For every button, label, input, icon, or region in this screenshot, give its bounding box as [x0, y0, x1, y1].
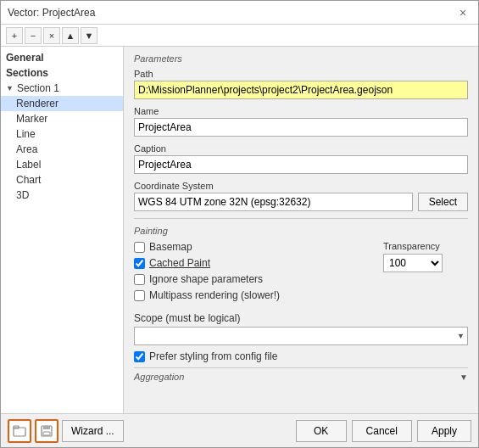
basemap-label: Basemap	[149, 241, 192, 253]
toolbar-close-button[interactable]: ×	[43, 27, 60, 44]
caption-group: Caption	[134, 143, 468, 174]
parameters-label: Parameters	[134, 53, 468, 64]
basemap-row: Basemap	[134, 241, 373, 253]
sidebar-sections-label: Sections	[1, 65, 123, 81]
bottom-left-actions: Wizard ...	[8, 419, 124, 443]
marker-label: Marker	[16, 113, 47, 125]
name-label: Name	[134, 106, 468, 116]
bottom-right-actions: OK Cancel Apply	[296, 420, 471, 442]
aggregation-label: Aggregation	[134, 372, 184, 382]
sidebar-item-label[interactable]: Label	[1, 157, 123, 172]
aggregation-section: Aggregation ▼	[134, 367, 468, 382]
line-label: Line	[16, 128, 36, 140]
path-input[interactable]	[134, 81, 468, 99]
caption-input[interactable]	[134, 155, 468, 174]
multipass-label: Multipass rendering (slower!)	[149, 289, 280, 301]
aggregation-collapse-icon[interactable]: ▼	[460, 372, 468, 382]
cached-paint-row: Cached Paint	[134, 257, 373, 269]
scope-group: Scope (must be logical) ▼	[134, 312, 468, 345]
ignore-shape-checkbox[interactable]	[134, 274, 145, 285]
sidebar-item-3d[interactable]: 3D	[1, 188, 123, 203]
save-icon	[40, 424, 53, 438]
window-title: Vector: ProjectArea	[8, 7, 95, 19]
label-label: Label	[16, 159, 41, 171]
coordinate-system-input[interactable]	[134, 193, 413, 211]
painting-area: Basemap Cached Paint Ignore shape parame…	[134, 241, 468, 305]
prefer-styling-label: Prefer styling from config file	[149, 350, 277, 362]
prefer-styling-checkbox[interactable]	[134, 351, 145, 362]
painting-right: Transparency 100	[383, 241, 468, 305]
svg-rect-4	[43, 432, 50, 435]
sidebar-item-section1[interactable]: ▼ Section 1	[1, 81, 123, 96]
transparency-select[interactable]: 100	[383, 254, 443, 272]
cached-paint-checkbox[interactable]	[134, 258, 145, 269]
multipass-checkbox[interactable]	[134, 290, 145, 301]
path-group: Path	[134, 69, 468, 99]
scope-label: Scope (must be logical)	[134, 312, 468, 324]
3d-label: 3D	[16, 189, 29, 201]
scope-wrapper: ▼	[134, 327, 468, 345]
painting-divider	[134, 218, 468, 219]
name-input[interactable]	[134, 118, 468, 137]
close-icon[interactable]: ×	[454, 4, 471, 21]
sidebar-item-line[interactable]: Line	[1, 126, 123, 142]
sidebar-item-marker[interactable]: Marker	[1, 111, 123, 126]
sidebar-item-area[interactable]: Area	[1, 142, 123, 157]
caption-label: Caption	[134, 143, 468, 154]
add-button[interactable]: +	[6, 27, 23, 44]
ignore-shape-label: Ignore shape parameters	[149, 273, 263, 285]
painting-left: Basemap Cached Paint Ignore shape parame…	[134, 241, 373, 305]
multipass-row: Multipass rendering (slower!)	[134, 289, 373, 301]
coordinate-system-row: Select	[134, 193, 468, 211]
titlebar: Vector: ProjectArea ×	[1, 1, 478, 25]
path-label: Path	[134, 69, 468, 79]
remove-button[interactable]: −	[25, 27, 42, 44]
scope-select[interactable]	[134, 327, 468, 345]
content-area: Parameters Path Name Caption Coordinate …	[124, 47, 478, 413]
basemap-checkbox[interactable]	[134, 242, 145, 253]
cancel-button[interactable]: Cancel	[352, 420, 412, 442]
sidebar-section1-label: Section 1	[17, 82, 59, 94]
coordinate-system-group: Coordinate System Select	[134, 181, 468, 211]
sidebar-general-label: General	[1, 50, 123, 65]
transparency-label: Transparency	[383, 241, 468, 251]
coordinate-system-label: Coordinate System	[134, 181, 468, 191]
move-up-button[interactable]: ▲	[62, 27, 79, 44]
chart-label: Chart	[16, 174, 41, 186]
svg-rect-3	[43, 426, 50, 429]
folder-icon	[13, 424, 26, 438]
load-icon-button[interactable]	[8, 419, 31, 443]
area-label: Area	[16, 143, 37, 155]
sidebar-item-chart[interactable]: Chart	[1, 172, 123, 188]
save-icon-button[interactable]	[35, 419, 58, 443]
ok-button[interactable]: OK	[296, 420, 347, 442]
ignore-shape-row: Ignore shape parameters	[134, 273, 373, 285]
toolbar: + − × ▲ ▼	[1, 25, 478, 47]
sidebar-item-renderer[interactable]: Renderer	[1, 96, 123, 111]
main-window: Vector: ProjectArea × + − × ▲ ▼ General …	[0, 0, 479, 448]
expand-icon: ▼	[6, 84, 14, 92]
sidebar: General Sections ▼ Section 1 Renderer Ma…	[1, 47, 124, 413]
bottom-bar: Wizard ... OK Cancel Apply	[1, 413, 478, 447]
move-down-button[interactable]: ▼	[81, 27, 97, 44]
renderer-label: Renderer	[16, 98, 58, 109]
wizard-button[interactable]: Wizard ...	[62, 420, 124, 442]
apply-button[interactable]: Apply	[417, 420, 471, 442]
painting-label: Painting	[134, 226, 468, 236]
prefer-styling-row: Prefer styling from config file	[134, 350, 468, 362]
cached-paint-label: Cached Paint	[149, 257, 210, 269]
main-area: General Sections ▼ Section 1 Renderer Ma…	[1, 47, 478, 413]
select-button[interactable]: Select	[418, 193, 468, 211]
name-group: Name	[134, 106, 468, 137]
